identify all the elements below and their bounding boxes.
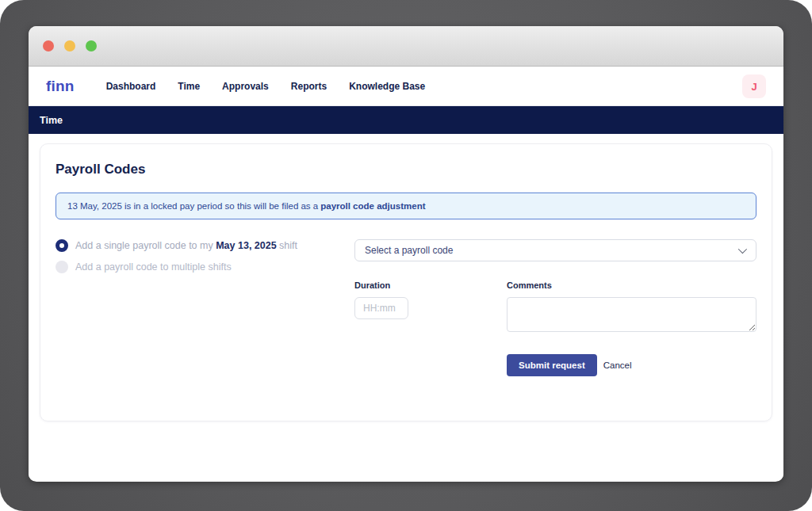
locked-period-banner: 13 May, 2025 is in a locked pay period s… bbox=[56, 193, 756, 219]
payroll-code-select-value: Select a payroll code bbox=[365, 245, 453, 256]
payroll-code-select[interactable]: Select a payroll code bbox=[354, 239, 756, 261]
radio-label-multiple: Add a payroll code to multiple shifts bbox=[75, 261, 232, 273]
logo-finn[interactable]: finn bbox=[46, 78, 75, 95]
duration-input[interactable] bbox=[354, 297, 408, 319]
radio-option-multiple-shifts[interactable]: Add a payroll code to multiple shifts bbox=[56, 261, 354, 273]
comments-textarea[interactable] bbox=[507, 297, 756, 332]
app-header: finn Dashboard Time Approvals Reports Kn… bbox=[29, 67, 783, 106]
browser-window: finn Dashboard Time Approvals Reports Kn… bbox=[29, 26, 783, 482]
form-fields: Select a payroll code Duration Comments bbox=[354, 239, 756, 376]
radio-option-single-shift[interactable]: Add a single payroll code to my May 13, … bbox=[56, 239, 354, 252]
page-title: Payroll Codes bbox=[56, 162, 756, 177]
form-actions: Submit request Cancel bbox=[507, 354, 756, 376]
nav-item-approvals[interactable]: Approvals bbox=[222, 81, 269, 92]
duration-label: Duration bbox=[354, 280, 507, 290]
close-button[interactable] bbox=[43, 40, 54, 51]
subnav-title: Time bbox=[40, 115, 63, 126]
device-frame: finn Dashboard Time Approvals Reports Kn… bbox=[0, 0, 812, 511]
submit-request-button[interactable]: Submit request bbox=[507, 354, 597, 376]
user-avatar[interactable]: J bbox=[742, 74, 766, 98]
radio-unselected-icon[interactable] bbox=[56, 261, 68, 273]
chevron-down-icon bbox=[738, 245, 747, 254]
duration-comments-row: Duration Comments bbox=[354, 280, 756, 335]
radio-options: Add a single payroll code to my May 13, … bbox=[56, 239, 354, 376]
subnav-bar: Time bbox=[29, 106, 783, 134]
radio-label-single: Add a single payroll code to my May 13, … bbox=[75, 240, 297, 251]
minimize-button[interactable] bbox=[64, 40, 75, 51]
nav-item-dashboard[interactable]: Dashboard bbox=[106, 81, 156, 92]
page-content: Payroll Codes 13 May, 2025 is in a locke… bbox=[29, 134, 783, 481]
payroll-codes-card: Payroll Codes 13 May, 2025 is in a locke… bbox=[40, 143, 772, 421]
radio-selected-icon[interactable] bbox=[56, 239, 68, 252]
nav-item-knowledge-base[interactable]: Knowledge Base bbox=[349, 81, 425, 92]
cancel-button[interactable]: Cancel bbox=[603, 360, 632, 370]
comments-field-group: Comments bbox=[507, 280, 756, 335]
payroll-form: Add a single payroll code to my May 13, … bbox=[56, 239, 756, 376]
main-nav: Dashboard Time Approvals Reports Knowled… bbox=[106, 81, 426, 92]
duration-field-group: Duration bbox=[354, 280, 507, 335]
banner-text-bold: payroll code adjustment bbox=[320, 201, 425, 211]
nav-item-reports[interactable]: Reports bbox=[291, 81, 327, 92]
zoom-button[interactable] bbox=[86, 40, 97, 51]
banner-text: 13 May, 2025 is in a locked pay period s… bbox=[67, 201, 318, 211]
window-titlebar bbox=[29, 26, 783, 67]
comments-label: Comments bbox=[507, 280, 756, 290]
nav-item-time[interactable]: Time bbox=[178, 81, 200, 92]
